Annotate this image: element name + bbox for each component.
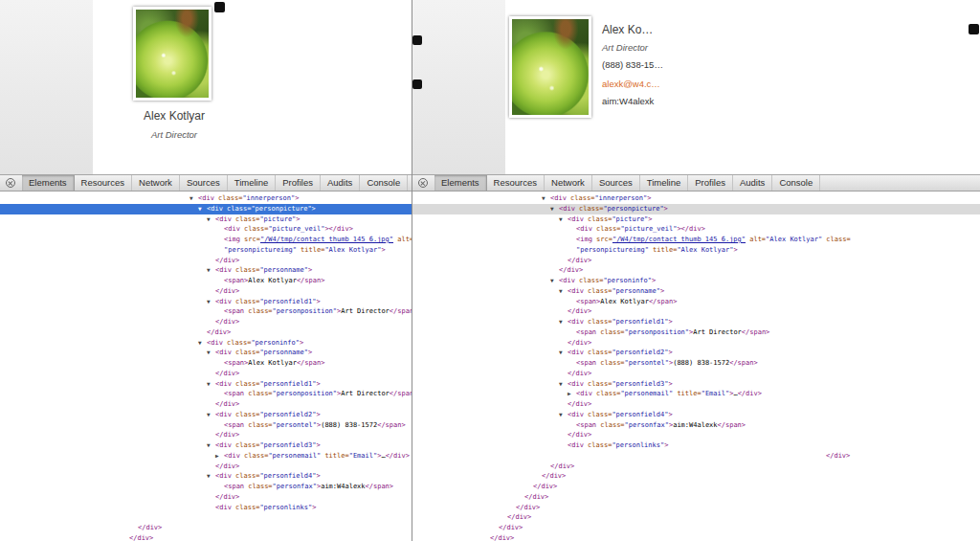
devtools-tree-row[interactable]: </div> — [412, 533, 980, 541]
expanded-arrow-icon[interactable]: ▼ — [550, 204, 559, 214]
devtools-tree-row[interactable]: </div> — [412, 369, 980, 379]
devtools-tree-row[interactable]: ▼<div class="personfield1"> — [0, 379, 412, 390]
devtools-elements-tree[interactable]: ▼<div class="innerperson">▼<div class="p… — [0, 192, 412, 541]
tab-network[interactable]: Network — [132, 175, 180, 191]
devtools-tree-row[interactable]: <span class="personposition">Art Directo… — [0, 306, 412, 317]
devtools-tree-row[interactable]: ▼<div class="innerperson"> — [0, 193, 412, 204]
devtools-tree-row[interactable]: </div> — [412, 451, 980, 462]
devtools-tree-row[interactable]: <div class="personlinks"> — [412, 440, 980, 451]
devtools-tree-row[interactable]: ▼<div class="personpicture"> — [412, 204, 980, 214]
expanded-arrow-icon[interactable]: ▼ — [207, 440, 215, 451]
expanded-arrow-icon[interactable]: ▼ — [207, 214, 215, 225]
devtools-tree-row[interactable]: ▼<div class="personinfo"> — [412, 276, 980, 286]
devtools-tree-row[interactable]: ▶<div class="personemail" title="Email">… — [412, 389, 980, 399]
devtools-tree-row[interactable]: ▼<div class="personfield4"> — [0, 471, 412, 482]
expanded-arrow-icon[interactable]: ▼ — [559, 379, 568, 390]
devtools-tree-row[interactable] — [0, 512, 412, 523]
tab-timeline[interactable]: Timeline — [228, 175, 277, 191]
devtools-tree-row[interactable]: ▶<div class="personemail" title="Email">… — [0, 451, 412, 462]
tab-profiles[interactable]: Profiles — [688, 175, 733, 191]
tab-resources[interactable]: Resources — [75, 175, 132, 191]
devtools-tree-row[interactable]: </div> — [0, 533, 412, 541]
devtools-tree-row[interactable]: "personpictureimg" title="Alex Kotlyar"> — [412, 245, 980, 256]
devtools-tree-row[interactable]: </div> — [412, 492, 980, 503]
devtools-tree-row[interactable]: ▼<div class="personfield4"> — [412, 410, 980, 420]
devtools-tree-row[interactable]: </div> — [0, 327, 412, 338]
tab-timeline[interactable]: Timeline — [640, 175, 689, 191]
expanded-arrow-icon[interactable]: ▼ — [207, 348, 215, 358]
collapsed-arrow-icon[interactable]: ▶ — [215, 451, 224, 462]
devtools-tree-row[interactable]: </div> — [412, 306, 980, 317]
expanded-arrow-icon[interactable]: ▼ — [559, 348, 568, 358]
devtools-tree-row[interactable]: </div> — [0, 369, 412, 379]
expanded-arrow-icon[interactable]: ▼ — [207, 265, 215, 276]
expanded-arrow-icon[interactable]: ▼ — [207, 297, 215, 307]
expanded-arrow-icon[interactable]: ▼ — [198, 338, 207, 349]
tab-resources[interactable]: Resources — [487, 175, 545, 191]
devtools-tree-row[interactable]: </div> — [412, 430, 980, 440]
devtools-tree-row[interactable]: </div> — [412, 503, 980, 513]
devtools-tree-row[interactable]: </div> — [412, 482, 980, 492]
devtools-tree-row[interactable]: </div> — [412, 512, 980, 523]
devtools-tree-row[interactable]: </div> — [0, 430, 412, 440]
devtools-elements-tree[interactable]: ▼<div class="innerperson">▼<div class="p… — [412, 192, 980, 541]
devtools-tree-row[interactable]: </div> — [0, 399, 412, 410]
devtools-tree-row[interactable]: ▼<div class="personfield2"> — [412, 348, 980, 358]
tab-elements[interactable]: Elements — [434, 175, 487, 191]
tab-audits[interactable]: Audits — [321, 175, 360, 191]
expanded-arrow-icon[interactable]: ▼ — [189, 193, 198, 204]
tab-network[interactable]: Network — [545, 175, 592, 191]
devtools-tree-row[interactable]: </div> — [412, 523, 980, 533]
expanded-arrow-icon[interactable]: ▼ — [207, 379, 215, 390]
devtools-tree-row[interactable]: <span class="personfax">aim:W4alexk</spa… — [412, 420, 980, 431]
tab-sources[interactable]: Sources — [180, 175, 228, 191]
expanded-arrow-icon[interactable]: ▼ — [198, 204, 207, 214]
devtools-tree-row[interactable]: </div> — [412, 265, 980, 276]
devtools-tree-row[interactable]: </div> — [0, 492, 412, 503]
expanded-arrow-icon[interactable]: ▼ — [559, 410, 568, 420]
devtools-tree-row[interactable]: </div> — [412, 338, 980, 349]
devtools-tree-row[interactable]: ▼<div class="innerperson"> — [412, 193, 980, 204]
devtools-tree-row[interactable]: <span>Alex Kotlyar</span> — [412, 297, 980, 307]
contact-email-link[interactable]: alexk@w4.c… — [602, 79, 660, 89]
devtools-tree-row[interactable]: ▼<div class="personpicture"> — [0, 204, 412, 214]
devtools-tree-row[interactable]: <div class="personlinks"> — [0, 503, 412, 513]
devtools-tree-row[interactable]: </div> — [0, 286, 412, 297]
expanded-arrow-icon[interactable]: ▼ — [207, 471, 215, 482]
devtools-tree-row[interactable]: <div class="picture_veil"></div> — [412, 224, 980, 235]
devtools-tree-row[interactable]: <span class="personposition">Art Directo… — [412, 327, 980, 338]
devtools-tree-row[interactable]: ▼<div class="picture"> — [0, 214, 412, 225]
devtools-tree-row[interactable]: ▼<div class="personname"> — [412, 286, 980, 297]
devtools-tree-row[interactable]: </div> — [412, 256, 980, 266]
devtools-tree-row[interactable]: </div> — [412, 399, 980, 410]
devtools-tree-row[interactable]: <span class="persontel">(888) 838-1572</… — [0, 420, 412, 431]
devtools-tree-row[interactable]: <span class="personposition">Art Directo… — [0, 389, 412, 399]
devtools-tree-row[interactable]: ▼<div class="personfield1"> — [0, 297, 412, 307]
devtools-tree-row[interactable]: ▼<div class="personinfo"> — [0, 338, 412, 349]
devtools-tree-row[interactable]: <span>Alex Kotlyar</span> — [0, 358, 412, 369]
devtools-tree-row[interactable]: </div> — [0, 523, 412, 533]
tab-elements[interactable]: Elements — [22, 175, 75, 191]
expanded-arrow-icon[interactable]: ▼ — [207, 410, 215, 420]
devtools-tree-row[interactable]: <img src="/W4/tmp/contact_thumb_145_6.jp… — [412, 235, 980, 245]
expanded-arrow-icon[interactable]: ▼ — [550, 276, 559, 286]
devtools-tree-row[interactable]: </div> — [412, 471, 980, 482]
devtools-tree-row[interactable]: ▼<div class="picture"> — [412, 214, 980, 225]
devtools-tree-row[interactable]: ▼<div class="personname"> — [0, 265, 412, 276]
devtools-tree-row[interactable]: <span class="personfax">aim:W4alexk</spa… — [0, 482, 412, 492]
expanded-arrow-icon[interactable]: ▼ — [559, 214, 568, 225]
tab-audits[interactable]: Audits — [733, 175, 772, 191]
devtools-tree-row[interactable]: ▼<div class="personfield3"> — [0, 440, 412, 451]
expanded-arrow-icon[interactable]: ▼ — [559, 286, 568, 297]
devtools-tree-row[interactable]: ▼<div class="personfield1"> — [412, 317, 980, 327]
devtools-close-button[interactable] — [414, 175, 432, 191]
devtools-tree-row[interactable]: </div> — [0, 256, 412, 266]
tab-console[interactable]: Console — [360, 175, 408, 191]
devtools-close-button[interactable] — [2, 175, 19, 191]
devtools-tree-row[interactable]: </div> — [412, 462, 980, 472]
devtools-tree-row[interactable]: ▼<div class="personfield3"> — [412, 379, 980, 390]
devtools-tree-row[interactable]: "personpictureimg" title="Alex Kotlyar"> — [0, 245, 412, 256]
devtools-tree-row[interactable]: <span class="persontel">(888) 838-1572</… — [412, 358, 980, 369]
devtools-tree-row[interactable]: <div class="picture_veil"></div> — [0, 224, 412, 235]
devtools-tree-row[interactable]: </div> — [0, 462, 412, 472]
